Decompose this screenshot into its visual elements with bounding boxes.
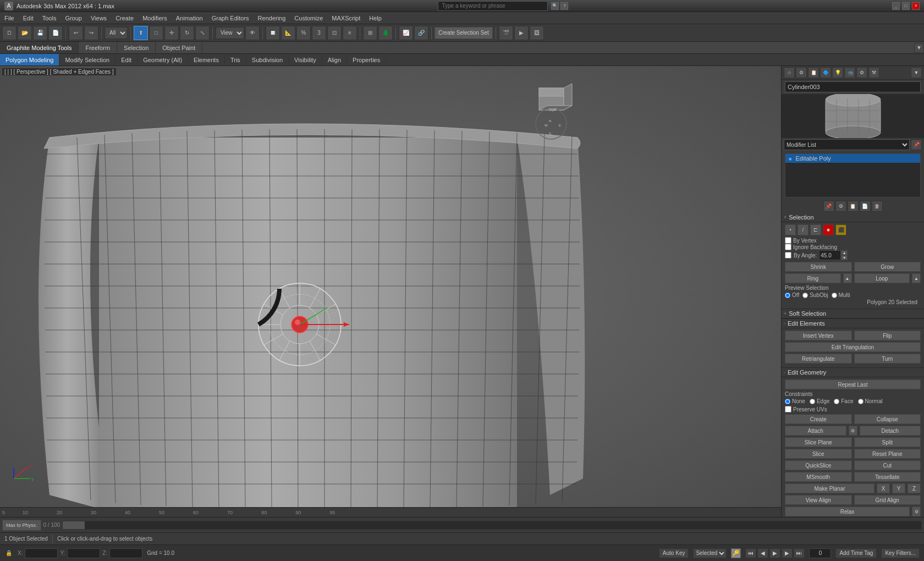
poly-mode[interactable]: ■: [823, 224, 834, 235]
retriangulate-button[interactable]: Retriangulate: [785, 354, 852, 364]
view-dropdown[interactable]: View: [216, 27, 244, 39]
panel-expand[interactable]: ▼: [911, 67, 922, 78]
timeline-thumb[interactable]: [63, 521, 85, 529]
constraint-edge-radio[interactable]: [810, 399, 815, 404]
schematic-view[interactable]: 🔗: [414, 26, 428, 40]
menu-modifiers[interactable]: Modifiers: [138, 12, 172, 24]
modifier-editable-poly[interactable]: ■ Editable Poly: [785, 154, 920, 163]
panel-icon-4[interactable]: 🔷: [820, 67, 831, 78]
add-time-tag-button[interactable]: Add Time Tag: [835, 548, 877, 558]
preview-off-radio[interactable]: [785, 293, 790, 298]
ribbon-freeform[interactable]: Freeform: [79, 42, 117, 53]
ribbon-graphite[interactable]: Graphite Modeling Tools: [0, 42, 79, 53]
align-button[interactable]: ≡: [343, 26, 357, 40]
insert-vertex-button[interactable]: Insert Vertex: [785, 331, 852, 340]
timeline-track[interactable]: [62, 521, 922, 530]
create-selection-set-button[interactable]: Create Selection Set: [435, 27, 493, 39]
menu-tools[interactable]: Tools: [38, 12, 61, 24]
edge-mode[interactable]: /: [798, 224, 809, 235]
ignore-backfacing-checkbox[interactable]: [785, 244, 791, 250]
border-mode[interactable]: ⊏: [810, 224, 821, 235]
edit-geometry-header[interactable]: - Edit Geometry: [782, 368, 924, 377]
preview-subobj-radio[interactable]: [802, 293, 808, 298]
flip-button[interactable]: Flip: [854, 331, 921, 340]
panel-icon-6[interactable]: 📹: [844, 67, 855, 78]
menu-graph-editors[interactable]: Graph Editors: [207, 12, 254, 24]
makeplanar-button[interactable]: Make Planar: [785, 483, 875, 493]
y-button[interactable]: Y: [892, 483, 905, 493]
object-name-input[interactable]: [785, 81, 921, 92]
close-button[interactable]: ✕: [912, 2, 920, 10]
maximize-button[interactable]: □: [902, 2, 910, 10]
skip-start-button[interactable]: ⏮: [745, 548, 756, 558]
mirror-button[interactable]: ⊡: [327, 26, 342, 40]
constraint-normal-radio[interactable]: [858, 399, 864, 404]
key-filters-button[interactable]: Key Filters...: [881, 548, 920, 558]
snap-toggle[interactable]: 🔲: [266, 26, 280, 40]
view-btn[interactable]: 👁: [245, 26, 260, 40]
stack-copy[interactable]: 📋: [848, 201, 859, 212]
menu-customize[interactable]: Customize: [290, 12, 327, 24]
menu-help[interactable]: Help: [365, 12, 386, 24]
subtab-elements[interactable]: Elements: [188, 54, 225, 65]
create-button[interactable]: Create: [785, 414, 852, 424]
lock-icon[interactable]: 🔒: [4, 549, 13, 558]
select-region-button[interactable]: □: [149, 26, 163, 40]
slice-plane-button[interactable]: Slice Plane: [785, 437, 852, 447]
x-coord-input[interactable]: [25, 548, 58, 558]
render-setup[interactable]: 🎬: [499, 26, 513, 40]
loop-button[interactable]: Loop: [854, 273, 910, 283]
play-button[interactable]: ▶: [769, 548, 780, 558]
menu-rendering[interactable]: Rendering: [254, 12, 290, 24]
viewport[interactable]: [ | ] [ Perspective ] [ Shaded + Edged F…: [0, 66, 781, 517]
modifier-pin[interactable]: 📌: [911, 139, 922, 150]
loop-spinner-up[interactable]: ▲: [912, 273, 921, 283]
edit-elements-header[interactable]: - Edit Elements: [782, 319, 924, 328]
view-align-button[interactable]: View Align: [785, 495, 852, 505]
scene-explorer[interactable]: 🌲: [378, 26, 393, 40]
panel-icon-1[interactable]: ☆: [784, 67, 795, 78]
prev-frame-button[interactable]: ◀: [757, 548, 768, 558]
subtab-modify-selection[interactable]: Modify Selection: [59, 54, 116, 65]
split-button[interactable]: Split: [854, 437, 921, 447]
attach-button[interactable]: Attach: [785, 426, 846, 436]
move-button[interactable]: ✛: [164, 26, 179, 40]
soft-selection-header[interactable]: + Soft Selection: [782, 309, 924, 318]
stack-pin[interactable]: 📌: [823, 201, 834, 212]
preview-multi-radio[interactable]: [832, 293, 837, 298]
attach-settings[interactable]: ⚙: [849, 426, 857, 436]
autokey-button[interactable]: Auto Key: [659, 548, 689, 558]
element-mode[interactable]: ⬛: [835, 224, 846, 235]
angle-down[interactable]: ▼: [841, 255, 848, 260]
panel-icon-5[interactable]: 💡: [832, 67, 843, 78]
msmooth-button[interactable]: MSmooth: [785, 472, 852, 482]
angle-value[interactable]: [819, 250, 841, 260]
menu-file[interactable]: File: [0, 12, 19, 24]
key-icon[interactable]: 🔑: [731, 548, 741, 558]
search-input[interactable]: [438, 1, 548, 11]
ribbon-object-paint[interactable]: Object Paint: [156, 42, 202, 53]
y-coord-input[interactable]: [67, 548, 100, 558]
z-button[interactable]: Z: [908, 483, 921, 493]
undo-button[interactable]: ↩: [69, 26, 83, 40]
relax-button[interactable]: Relax: [785, 507, 910, 516]
skip-end-button[interactable]: ⏭: [794, 548, 805, 558]
subtab-properties[interactable]: Properties: [347, 54, 386, 65]
selection-header[interactable]: + Selection: [782, 213, 924, 222]
ring-button[interactable]: Ring: [785, 273, 841, 283]
detach-button[interactable]: Detach: [860, 426, 921, 436]
subtab-polygon-modeling[interactable]: Polygon Modeling: [0, 54, 59, 65]
x-button[interactable]: X: [877, 483, 890, 493]
menu-views[interactable]: Views: [86, 12, 111, 24]
cut-button[interactable]: Cut: [854, 460, 921, 470]
tessellate-button[interactable]: Tessellate: [854, 472, 921, 482]
max-to-physx-button[interactable]: Max to Physx.: [2, 520, 41, 531]
reset-plane-button[interactable]: Reset Plane: [854, 449, 921, 459]
redo-button[interactable]: ↪: [84, 26, 98, 40]
open-button[interactable]: 📂: [18, 26, 32, 40]
grow-button[interactable]: Grow: [854, 262, 921, 272]
subtab-geometry-all[interactable]: Geometry (All): [138, 54, 188, 65]
repeat-last-button[interactable]: Repeat Last: [785, 380, 921, 389]
menu-edit[interactable]: Edit: [19, 12, 38, 24]
spinner-snap[interactable]: 3: [312, 26, 326, 40]
